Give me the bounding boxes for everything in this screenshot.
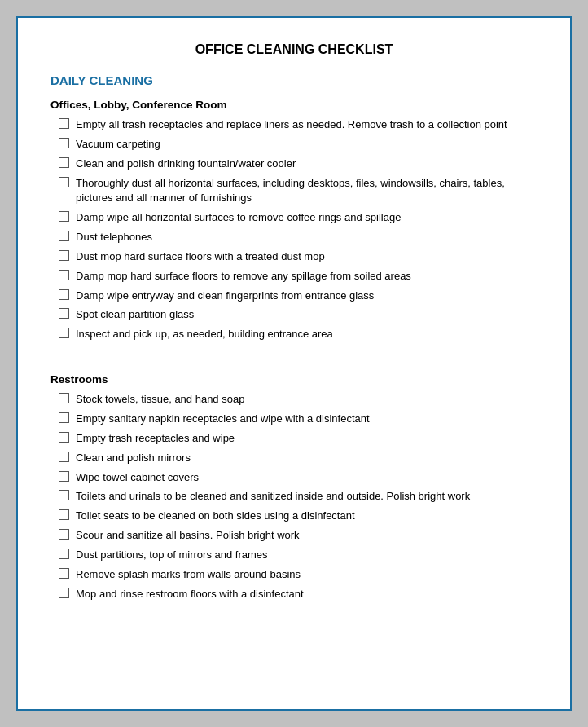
checkbox-6[interactable] [59, 250, 69, 261]
restroom-item: Empty sanitary napkin receptacles and wi… [59, 412, 538, 427]
restroom-checkbox-2[interactable] [59, 432, 69, 443]
restroom-checkbox-8[interactable] [59, 549, 69, 559]
office-item: Empty all trash receptacles and replace … [59, 117, 538, 133]
restroom-checkbox-10[interactable] [59, 588, 69, 598]
checkbox-9[interactable] [59, 308, 69, 319]
office-item: Thoroughly dust all horizontal surfaces,… [59, 176, 538, 207]
restrooms-heading: Restrooms [50, 373, 538, 386]
office-item-text-7: Damp mop hard surface floors to remove a… [76, 269, 538, 284]
restroom-checkbox-7[interactable] [59, 529, 69, 540]
office-item: Clean and polish drinking fountain/water… [59, 156, 538, 172]
restroom-checkbox-5[interactable] [59, 490, 69, 500]
restroom-item: Dust partitions, top of mirrors and fram… [59, 548, 538, 563]
restroom-item-text-6: Toilet seats to be cleaned on both sides… [76, 509, 538, 524]
checkbox-8[interactable] [59, 289, 69, 300]
restroom-checkbox-4[interactable] [59, 471, 69, 482]
restroom-checkbox-1[interactable] [59, 412, 69, 423]
office-item-text-1: Vacuum carpeting [76, 137, 538, 152]
restroom-checkbox-6[interactable] [59, 509, 69, 520]
restroom-item: Remove splash marks from walls around ba… [59, 567, 538, 583]
restroom-item: Wipe towel cabinet covers [59, 470, 538, 486]
restroom-item: Toilet seats to be cleaned on both sides… [59, 509, 538, 524]
checkbox-4[interactable] [59, 211, 69, 222]
restrooms-checklist: Stock towels, tissue, and hand soapEmpty… [50, 392, 538, 601]
office-item-text-9: Spot clean partition glass [76, 307, 538, 323]
restroom-item-text-0: Stock towels, tissue, and hand soap [76, 392, 538, 408]
office-item-text-4: Damp wipe all horizontal surfaces to rem… [76, 210, 538, 226]
office-item: Damp wipe entryway and clean fingerprint… [59, 289, 538, 304]
office-item-text-2: Clean and polish drinking fountain/water… [76, 156, 538, 172]
office-item: Inspect and pick up, as needed, building… [59, 327, 538, 342]
restroom-item-text-5: Toilets and urinals to be cleaned and sa… [76, 489, 538, 504]
office-item-text-0: Empty all trash receptacles and replace … [76, 117, 538, 133]
restroom-checkbox-0[interactable] [59, 393, 69, 403]
office-item: Spot clean partition glass [59, 307, 538, 323]
restroom-item-text-7: Scour and sanitize all basins. Polish br… [76, 528, 538, 544]
office-item: Dust telephones [59, 230, 538, 245]
checkbox-2[interactable] [59, 157, 69, 168]
restroom-item-text-3: Clean and polish mirrors [76, 451, 538, 466]
office-item-text-5: Dust telephones [76, 230, 538, 245]
restroom-item: Toilets and urinals to be cleaned and sa… [59, 489, 538, 504]
restroom-item-text-10: Mop and rinse restroom floors with a dis… [76, 587, 538, 602]
restroom-item: Mop and rinse restroom floors with a dis… [59, 587, 538, 602]
restroom-item: Empty trash receptacles and wipe [59, 431, 538, 447]
office-item: Damp wipe all horizontal surfaces to rem… [59, 210, 538, 226]
offices-checklist: Empty all trash receptacles and replace … [50, 117, 538, 342]
office-item-text-10: Inspect and pick up, as needed, building… [76, 327, 538, 342]
restroom-checkbox-9[interactable] [59, 568, 69, 579]
restroom-item: Stock towels, tissue, and hand soap [59, 392, 538, 408]
page-title: OFFICE CLEANING CHECKLIST [50, 42, 538, 57]
offices-heading: Offices, Lobby, Conference Room [50, 99, 538, 111]
checkbox-7[interactable] [59, 270, 69, 280]
page: OFFICE CLEANING CHECKLIST DAILY CLEANING… [16, 16, 572, 711]
office-item: Dust mop hard surface floors with a trea… [59, 249, 538, 265]
office-item: Damp mop hard surface floors to remove a… [59, 269, 538, 284]
restroom-item-text-9: Remove splash marks from walls around ba… [76, 567, 538, 583]
office-item-text-3: Thoroughly dust all horizontal surfaces,… [76, 176, 538, 207]
checkbox-3[interactable] [59, 177, 69, 187]
checkbox-1[interactable] [59, 138, 69, 148]
restroom-checkbox-3[interactable] [59, 452, 69, 462]
restroom-item: Scour and sanitize all basins. Polish br… [59, 528, 538, 544]
checkbox-10[interactable] [59, 328, 69, 338]
restroom-item-text-4: Wipe towel cabinet covers [76, 470, 538, 486]
restroom-item: Clean and polish mirrors [59, 451, 538, 466]
checkbox-0[interactable] [59, 118, 69, 129]
restroom-item-text-2: Empty trash receptacles and wipe [76, 431, 538, 447]
checkbox-5[interactable] [59, 231, 69, 241]
office-item-text-8: Damp wipe entryway and clean fingerprint… [76, 289, 538, 304]
restroom-item-text-1: Empty sanitary napkin receptacles and wi… [76, 412, 538, 427]
office-item: Vacuum carpeting [59, 137, 538, 152]
restroom-item-text-8: Dust partitions, top of mirrors and fram… [76, 548, 538, 563]
office-item-text-6: Dust mop hard surface floors with a trea… [76, 249, 538, 265]
daily-cleaning-heading: DAILY CLEANING [50, 73, 538, 87]
